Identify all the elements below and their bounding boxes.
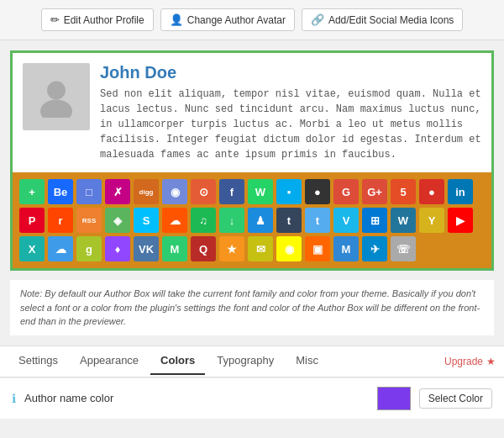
social-icon-item[interactable]: M [333,236,359,261]
social-icons-grid: +Be□✗digg◉⊙fW▪●GG+5●inPrRSS◈S☁♫↓♟ttV⊞WY▶… [13,172,491,268]
social-icon-item[interactable]: W [248,179,273,204]
social-icon-item[interactable]: ✉ [248,236,273,261]
social-icon: 🔗 [311,13,324,26]
author-info: John Doe Sed non elit aliquam, tempor ni… [100,63,481,162]
social-icon-item[interactable]: ★ [219,236,244,261]
social-icon-item[interactable]: ☁ [48,236,73,261]
author-profile: John Doe Sed non elit aliquam, tempor ni… [13,53,491,172]
upgrade-star-icon: ★ [486,356,496,367]
select-color-button[interactable]: Select Color [419,388,492,409]
settings-panel: ℹ Author name color Select Color [0,377,504,419]
info-icon: ℹ [12,392,16,405]
social-icon-item[interactable]: RSS [76,208,102,233]
social-icon-item[interactable]: M [162,236,187,261]
social-icon-item[interactable]: g [76,236,102,261]
social-icon-item[interactable]: ● [305,179,330,204]
author-box-wrapper: John Doe Sed non elit aliquam, tempor ni… [10,50,494,271]
social-icon-item[interactable]: ◉ [276,236,302,261]
social-icon-item[interactable]: X [19,236,45,261]
tab-colors[interactable]: Colors [150,347,205,375]
social-icon-item[interactable]: t [305,208,330,233]
upgrade-button[interactable]: Upgrade ★ [444,356,496,367]
social-icon-item[interactable]: P [19,208,45,233]
avatar-icon: 👤 [170,13,183,26]
main-area: John Doe Sed non elit aliquam, tempor ni… [0,40,504,346]
svg-point-0 [47,82,66,100]
social-icon-item[interactable]: 5 [391,179,416,204]
tab-settings[interactable]: Settings [8,347,68,375]
social-icon-item[interactable]: ♟ [248,208,273,233]
edit-author-profile-label: Edit Author Profile [64,14,144,26]
add-edit-social-media-button[interactable]: 🔗 Add/Edit Social Media Icons [302,8,463,31]
author-bio: Sed non elit aliquam, tempor nisl vitae,… [100,87,481,162]
social-icon-item[interactable]: VK [134,236,159,261]
social-icon-item[interactable]: ↓ [219,208,244,233]
social-icon-item[interactable]: ◈ [105,208,130,233]
social-icon-item[interactable]: G+ [362,179,387,204]
social-icon-item[interactable]: ⊞ [362,208,387,233]
social-icon-item[interactable]: ● [419,179,444,204]
top-bar: ✏ Edit Author Profile 👤 Change Author Av… [0,0,504,40]
social-icon-item[interactable]: Y [419,208,444,233]
social-icon-item[interactable]: □ [76,179,102,204]
social-icon-item[interactable]: f [219,179,244,204]
upgrade-label: Upgrade [444,356,483,367]
tabs-bar: Settings Appearance Colors Typography Mi… [0,346,504,377]
change-author-avatar-button[interactable]: 👤 Change Author Avatar [160,8,295,31]
social-icon-item[interactable]: ☁ [162,208,187,233]
color-swatch[interactable] [377,387,411,410]
social-icon-item[interactable]: ♦ [105,236,130,261]
author-name-color-label: Author name color [24,392,369,404]
author-name: John Doe [100,63,481,82]
social-icon-item[interactable]: Be [48,179,73,204]
svg-point-1 [40,100,72,119]
social-icon-item[interactable]: digg [134,179,159,204]
social-icon-item[interactable]: G [333,179,359,204]
social-icon-item[interactable]: S [134,208,159,233]
social-icon-item[interactable]: ✈ [362,236,387,261]
social-icon-item[interactable]: ♫ [191,208,216,233]
edit-author-profile-button[interactable]: ✏ Edit Author Profile [41,8,154,31]
tab-typography[interactable]: Typography [207,347,284,375]
social-icon-item[interactable]: ▪ [276,179,302,204]
change-author-avatar-label: Change Author Avatar [187,14,286,26]
social-icon-item[interactable]: in [448,179,473,204]
note-area: Note: By default our Author Box will tak… [10,279,494,335]
social-icon-item[interactable]: V [333,208,359,233]
social-icon-item[interactable]: W [391,208,416,233]
social-icon-item[interactable]: r [48,208,73,233]
tab-misc[interactable]: Misc [286,347,328,375]
tab-appearance[interactable]: Appearance [70,347,149,375]
social-icon-item[interactable]: t [276,208,302,233]
social-icon-item[interactable]: ☏ [391,236,416,261]
social-icon-item[interactable]: Q [191,236,216,261]
social-icon-item[interactable]: ▶ [448,208,473,233]
note-text: Note: By default our Author Box will tak… [20,288,480,326]
social-icon-item[interactable]: + [19,179,45,204]
add-edit-social-media-label: Add/Edit Social Media Icons [328,14,454,26]
social-icon-item[interactable]: ✗ [105,179,130,204]
social-icon-item[interactable]: ◉ [162,179,187,204]
author-name-color-row: ℹ Author name color Select Color [12,387,492,410]
avatar [23,63,90,130]
pencil-icon: ✏ [50,13,60,26]
social-icon-item[interactable]: ⊙ [191,179,216,204]
social-icon-item[interactable]: ▣ [305,236,330,261]
